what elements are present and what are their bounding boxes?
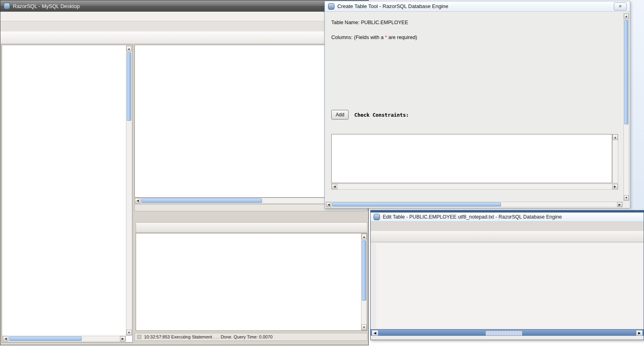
edit-grid-panel [376,243,644,328]
desktop-background [631,0,644,210]
edit-window-tab-bar [371,222,644,231]
scroll-down-icon[interactable]: ▼ [361,324,367,330]
scroll-right-icon[interactable]: ▶ [617,202,622,207]
window-title: RazorSQL - MySQL Desktop [13,3,80,9]
sql-vertical-scrollbar[interactable]: ▲ [612,134,618,183]
scroll-right-icon[interactable]: ▶ [120,336,126,341]
create-table-dialog: Create Table Tool - RazorSQL Database En… [324,1,630,208]
scroll-down-icon[interactable]: ▼ [624,195,629,200]
add-button[interactable]: Add [331,110,349,120]
edit-horizontal-scrollbar[interactable]: ◀ ▶ [371,329,644,336]
check-constraints-label: Check Constraints: [354,112,409,118]
result-toolbar [136,222,367,233]
scroll-left-icon[interactable]: ◀ [332,184,337,189]
scroll-up-icon[interactable]: ▲ [613,134,618,140]
tree-horizontal-scrollbar[interactable]: ◀ ▶ [2,336,126,342]
result-grid-panel: ▲ ▼ [136,233,367,331]
table-name-label: Table Name: PUBLIC.EMPLOYEE [331,20,408,25]
dialog-hscroll-thumb[interactable] [332,202,501,206]
tree-hscroll-thumb[interactable] [9,336,82,341]
scroll-up-icon[interactable]: ▲ [624,14,629,19]
database-tree-panel: ▲ ▼ ◀ ▶ [2,45,133,343]
dialog-vertical-scrollbar[interactable]: ▲ ▼ [623,13,629,201]
tree-vertical-scrollbar[interactable]: ▲ ▼ [126,45,132,336]
scroll-left-icon[interactable]: ◀ [372,330,378,336]
scroll-up-icon[interactable]: ▲ [361,234,367,239]
generated-sql-textarea[interactable] [331,134,612,183]
scroll-left-icon[interactable]: ◀ [135,198,140,203]
scroll-down-icon[interactable]: ▼ [126,330,132,335]
status-indicator-icon [137,335,141,339]
close-icon[interactable]: ✕ [614,2,627,10]
scroll-right-icon[interactable]: ▶ [612,184,618,189]
result-vertical-scrollbar[interactable]: ▲ ▼ [361,233,367,330]
editor-hscroll-thumb[interactable] [141,198,262,203]
app-icon [4,3,10,9]
dialog-vscroll-thumb[interactable] [624,20,628,124]
edit-table-window: Edit Table - PUBLIC.EMPLOYEE utf8_notepa… [370,210,644,340]
dialog-title: Create Table Tool - RazorSQL Database En… [337,3,448,9]
edit-window-title-bar[interactable]: Edit Table - PUBLIC.EMPLOYEE utf8_notepa… [371,213,644,222]
menu-bar [0,12,368,21]
edit-window-title: Edit Table - PUBLIC.EMPLOYEE utf8_notepa… [383,214,562,220]
scroll-left-icon[interactable]: ◀ [326,202,331,207]
column-definition-rows [331,58,619,107]
connection-tab-bar [0,21,368,31]
edit-hscroll-thumb[interactable] [485,330,522,336]
scroll-right-icon[interactable]: ▶ [636,330,643,336]
scroll-up-icon[interactable]: ▲ [126,46,132,52]
dialog-icon [328,3,334,10]
main-title-bar[interactable]: RazorSQL - MySQL Desktop [0,0,368,12]
columns-note: Columns: (Fields with a * are required) [331,35,417,40]
dialog-title-bar[interactable]: Create Table Tool - RazorSQL Database En… [325,1,630,12]
main-window: RazorSQL - MySQL Desktop ▲ ▼ ◀ ▶ ◀ ▶ ▲ ▼ [0,0,369,345]
main-status-bar: 10:32:57:853 Executing Statement . . . D… [134,333,367,341]
edit-window-icon [374,214,380,220]
column-headers-row [331,44,619,57]
main-toolbar [0,31,368,44]
database-tree [3,46,126,335]
scroll-left-icon[interactable]: ◀ [3,336,8,341]
sql-horizontal-scrollbar[interactable]: ◀ ▶ [331,184,618,190]
edit-window-toolbar [371,231,644,242]
result-vscroll-thumb[interactable] [362,240,366,301]
dialog-horizontal-scrollbar[interactable]: ◀ ▶ [326,202,623,207]
tree-vscroll-thumb[interactable] [127,52,131,121]
status-message: 10:32:57:853 Executing Statement . . . D… [144,334,272,339]
